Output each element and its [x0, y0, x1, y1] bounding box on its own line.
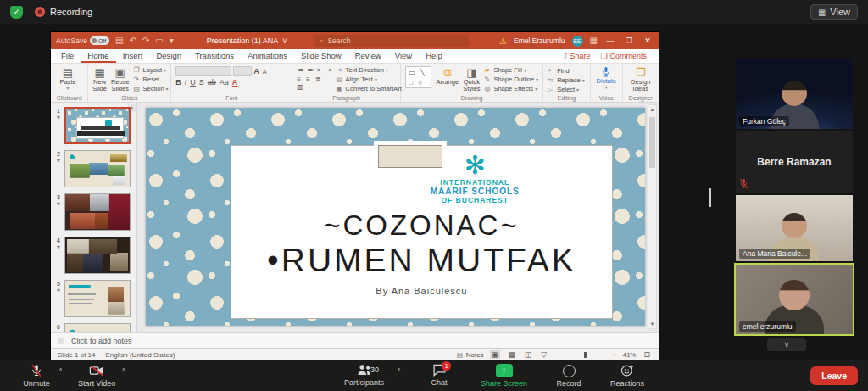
zoom-out-button[interactable]: − — [554, 351, 559, 359]
shrink-font-button[interactable]: A — [263, 69, 267, 75]
new-slide-button[interactable]: ▦ New Slide — [92, 66, 107, 93]
search-input[interactable]: ⌕ Search — [314, 35, 469, 47]
tab-help[interactable]: Help — [419, 49, 449, 63]
restore-button[interactable]: ❐ — [623, 36, 635, 45]
minimize-button[interactable]: — — [604, 36, 616, 45]
zoom-slider-thumb[interactable] — [584, 352, 587, 358]
bold-button[interactable]: B — [175, 78, 181, 87]
slide-thumbnail-5[interactable]: 5★ — [53, 280, 134, 317]
autosave-toggle[interactable]: AutoSave Off — [56, 36, 109, 45]
tab-animations[interactable]: Animations — [241, 49, 294, 63]
slide-thumbnail-3[interactable]: 3★ — [53, 193, 134, 231]
notes-toggle-button[interactable]: ▤Notes — [457, 351, 484, 359]
reset-button[interactable]: ↷Reset — [134, 75, 169, 83]
slide-scrollbar[interactable]: ▲ ▼ — [648, 104, 657, 329]
shape-fill-button[interactable]: ▰Shape Fill▾ — [485, 66, 539, 74]
video-tile-berre[interactable]: Berre Ramazan — [736, 131, 853, 193]
font-color-button[interactable]: A — [232, 78, 238, 87]
align-text-button[interactable]: ▤Align Text▾ — [337, 75, 402, 83]
video-tile-emel[interactable]: emel erzurumlu — [736, 265, 853, 334]
tab-design[interactable]: Design — [149, 49, 188, 63]
tab-review[interactable]: Review — [348, 49, 388, 63]
present-icon[interactable]: ▭ — [155, 36, 163, 45]
italic-button[interactable]: I — [185, 78, 187, 87]
language-indicator[interactable]: English (United States) — [105, 351, 175, 359]
share-screen-button[interactable]: ↑ Share Screen — [474, 360, 534, 391]
video-options-caret[interactable]: ∧ — [121, 366, 125, 373]
strikethrough-button[interactable]: ab — [208, 78, 216, 87]
leave-button[interactable]: Leave — [810, 366, 858, 385]
tab-insert[interactable]: Insert — [116, 49, 150, 63]
document-title[interactable]: Presentation (1) ANA ∨ — [207, 36, 288, 45]
tab-slide-show[interactable]: Slide Show — [294, 49, 348, 63]
slideshow-view-button[interactable]: ▽ — [539, 350, 548, 359]
decrease-indent-button[interactable]: ⇤ — [317, 66, 323, 74]
alignment-buttons[interactable]: ≡ ≡ ≣ ▥ — [297, 75, 331, 91]
scroll-down-icon[interactable]: ▼ — [648, 320, 656, 328]
unmute-options-caret[interactable]: ∧ — [58, 366, 63, 373]
increase-indent-button[interactable]: ⇥ — [326, 66, 332, 74]
normal-view-button[interactable]: ▣ — [490, 350, 501, 359]
comments-button[interactable]: ❑Comments — [600, 52, 647, 60]
save-icon[interactable]: ▤ — [115, 36, 123, 45]
video-tile-furkan[interactable]: Furkan Güleç — [736, 59, 853, 129]
zoom-slider[interactable]: − + — [554, 351, 616, 359]
account-name[interactable]: Emel Erzurumlu — [514, 36, 565, 45]
layout-button[interactable]: ❐Layout▾ — [134, 66, 169, 74]
current-slide[interactable]: ✻ INTERNATIONAL MAARIF SCHOOLS OF BUCHAR… — [146, 108, 645, 326]
section-button[interactable]: ▤Section▾ — [134, 85, 169, 92]
zoom-percentage[interactable]: 41% — [622, 351, 636, 359]
tab-transitions[interactable]: Transitions — [188, 49, 241, 63]
view-button[interactable]: ▦ View — [810, 4, 858, 20]
grow-font-button[interactable]: A — [253, 67, 259, 75]
shapes-gallery[interactable]: ▭ ╲ □ ○ ▽ △ ◇ ☆ ⌒ ~ — [405, 66, 431, 88]
arrange-button[interactable]: ⧉ Arrange — [436, 66, 459, 86]
tab-file[interactable]: File — [54, 49, 81, 63]
dictate-button[interactable]: Dictate ▾ — [595, 66, 618, 91]
account-avatar[interactable]: EE — [572, 36, 583, 47]
replace-button[interactable]: ⇋Replace▾ — [548, 76, 585, 84]
reactions-button[interactable]: Reactions — [604, 360, 651, 391]
undo-icon[interactable]: ↶ — [130, 36, 136, 45]
text-direction-button[interactable]: ⇥Text Direction▾ — [337, 66, 402, 74]
font-size-combo[interactable] — [233, 66, 252, 76]
ribbon-options-icon[interactable]: ▦ — [590, 36, 598, 45]
font-name-combo[interactable] — [175, 66, 231, 76]
participants-button[interactable]: 30 Participants ∧ — [337, 360, 391, 391]
convert-smartart-button[interactable]: ▣Convert to SmartArt — [337, 85, 402, 92]
shape-effects-button[interactable]: ◍Shape Effects▾ — [485, 85, 539, 92]
warning-icon[interactable]: ⚠ — [499, 36, 507, 46]
tab-home[interactable]: Home — [81, 49, 115, 63]
slide-thumbnail-4[interactable]: 4★ — [53, 237, 134, 274]
shape-outline-button[interactable]: ✎Shape Outline▾ — [485, 75, 539, 83]
slide-sorter-view-button[interactable]: ▦ — [506, 350, 517, 359]
change-case-button[interactable]: Aa — [220, 78, 229, 87]
collapse-videos-button[interactable]: ∨ — [767, 338, 806, 351]
close-button[interactable]: ✕ — [642, 36, 654, 45]
design-ideas-button[interactable]: ❐ Design Ideas — [627, 66, 654, 93]
video-tile-ana[interactable]: Ana Maria Baicule... — [736, 195, 853, 261]
recording-indicator[interactable]: Recording — [35, 7, 92, 17]
slide-thumbnail-1[interactable]: 1★ — [53, 107, 134, 144]
scroll-up-icon[interactable]: ▲ — [648, 105, 656, 114]
record-button[interactable]: Record — [546, 360, 592, 391]
slide-thumbnail-6[interactable]: 6★ — [53, 323, 134, 332]
participants-options-caret[interactable]: ∧ — [397, 366, 401, 373]
tab-view[interactable]: View — [388, 49, 419, 63]
share-button[interactable]: ⤴Share — [564, 52, 591, 60]
zoom-in-button[interactable]: + — [613, 351, 617, 359]
unmute-button[interactable]: Unmute ∧ — [14, 360, 59, 391]
panel-drag-handle[interactable] — [709, 188, 711, 207]
paste-button[interactable]: ▤ Paste ▾ — [55, 66, 81, 92]
select-button[interactable]: ▻Select▾ — [548, 86, 585, 93]
reading-view-button[interactable]: ◫ — [523, 350, 534, 359]
fit-to-window-button[interactable]: ⊡ — [642, 350, 652, 359]
quick-access-caret-icon[interactable]: ▾ — [170, 36, 174, 45]
find-button[interactable]: ⌕Find — [548, 66, 585, 75]
text-shadow-button[interactable]: S — [199, 78, 204, 87]
numbering-button[interactable]: ≕ — [307, 66, 314, 74]
scrollbar-thumb[interactable] — [649, 117, 655, 168]
notes-pane[interactable]: Click to add notes — [51, 332, 659, 348]
quick-styles-button[interactable]: ◨ Quick Styles — [463, 66, 480, 93]
chat-button[interactable]: 1 Chat — [416, 360, 462, 391]
